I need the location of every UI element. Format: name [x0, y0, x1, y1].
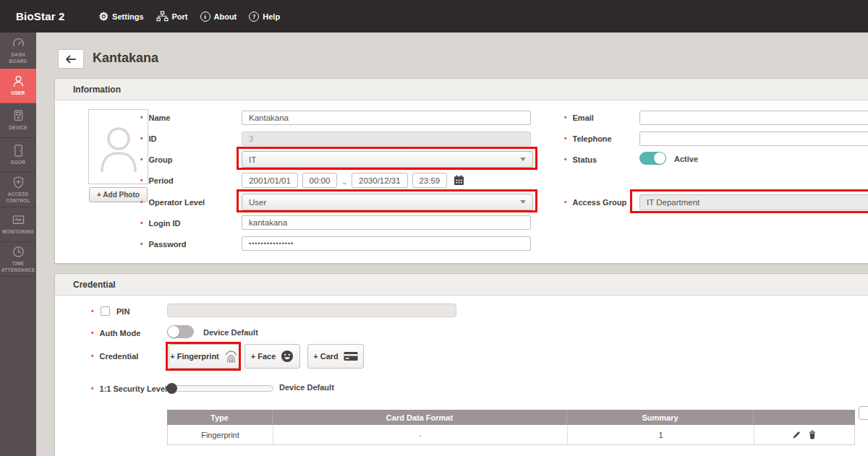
cell-summary: 1 — [567, 425, 754, 444]
email-input[interactable] — [639, 111, 868, 125]
table-row[interactable]: Fingerprint - 1 — [167, 425, 855, 445]
sidebar-item-user[interactable]: USER — [0, 69, 36, 103]
column-header-actions — [753, 410, 855, 425]
period-start-date-input[interactable]: 2001/01/01 — [242, 173, 298, 188]
period-end-time-input[interactable]: 23:59 — [412, 173, 447, 188]
menu-settings[interactable]: ⚙ Settings — [99, 11, 144, 22]
credential-panel-header: Credential — [55, 274, 868, 296]
period-start-time-input[interactable]: 00:00 — [302, 173, 337, 188]
auth-mode-value: Device Default — [203, 328, 258, 337]
information-panel-title: Information — [73, 85, 121, 95]
menu-help[interactable]: ? Help — [249, 12, 280, 22]
delete-trash-icon[interactable] — [808, 430, 817, 439]
required-marker: • — [140, 114, 143, 121]
auth-mode-toggle[interactable] — [167, 325, 194, 338]
photo-person-icon — [98, 121, 140, 172]
password-label: •Password — [140, 238, 186, 250]
status-label: •Status — [564, 154, 597, 165]
operator-level-select-value: User — [249, 198, 266, 207]
group-select[interactable]: IT — [242, 151, 533, 168]
time-attendance-clock-icon — [12, 245, 25, 259]
menu-port[interactable]: Port — [156, 11, 188, 22]
status-value: Active — [674, 155, 698, 163]
slider-knob[interactable] — [166, 383, 177, 394]
required-marker: • — [564, 135, 567, 142]
login-id-label: •Login ID — [140, 218, 181, 229]
required-marker: • — [140, 241, 143, 248]
sidebar-item-access-control[interactable]: ACCESS CONTROL — [0, 173, 36, 207]
required-marker: • — [564, 156, 567, 163]
chevron-down-icon — [520, 200, 526, 204]
required-marker: • — [91, 308, 94, 315]
access-control-shield-icon — [12, 176, 25, 189]
sidebar-item-device[interactable]: DEVICE — [0, 103, 36, 138]
menu-settings-label: Settings — [112, 12, 143, 21]
menu-about[interactable]: i About — [200, 12, 237, 22]
chevron-down-icon — [520, 158, 526, 161]
email-label: •Email — [564, 112, 594, 124]
information-panel: Information + Add Photo •Name •ID •Group… — [54, 78, 868, 264]
card-icon — [344, 351, 358, 361]
telephone-label: •Telephone — [564, 133, 612, 145]
fingerprint-icon — [224, 350, 238, 363]
add-card-label: + Card — [313, 352, 339, 361]
required-marker: • — [140, 156, 143, 163]
add-fingerprint-label: + Fingerprint — [170, 352, 219, 361]
required-marker: • — [91, 385, 94, 392]
id-input: 3 — [242, 132, 531, 146]
sidebar-item-door[interactable]: DOOR — [0, 138, 36, 173]
back-arrow-icon — [65, 55, 77, 64]
sidebar-item-dashboard[interactable]: DASH BOARD — [0, 33, 36, 69]
security-level-label: •1:1 Security Level — [91, 383, 167, 395]
cell-actions — [754, 425, 854, 444]
password-input[interactable]: ••••••••••••••• — [242, 236, 531, 251]
credential-label: •Credential — [91, 350, 138, 362]
back-button[interactable] — [58, 49, 84, 69]
add-photo-button[interactable]: + Add Photo — [89, 187, 148, 202]
required-marker: • — [564, 114, 567, 121]
add-face-label: + Face — [251, 352, 276, 361]
telephone-input[interactable] — [639, 132, 868, 146]
table-side-button[interactable] — [859, 406, 868, 420]
toggle-knob — [168, 326, 179, 337]
help-icon: ? — [249, 12, 259, 22]
login-id-input[interactable]: kantakana — [242, 215, 531, 230]
sidebar-label: DASH BOARD — [1, 52, 35, 65]
required-marker: • — [140, 135, 143, 142]
sidebar-label: DOOR — [1, 160, 35, 166]
edit-pencil-icon[interactable] — [792, 430, 801, 439]
column-header-type: Type — [167, 410, 272, 425]
add-card-button[interactable]: + Card — [307, 344, 364, 369]
operator-level-select[interactable]: User — [242, 194, 533, 210]
credential-table: Type Card Data Format Summary Fingerprin… — [167, 410, 855, 445]
add-fingerprint-button[interactable]: + Fingerprint — [169, 344, 239, 369]
toggle-knob — [654, 152, 665, 164]
app-logo: BioStar 2 — [16, 10, 65, 22]
dashboard-gauge-icon — [12, 36, 25, 50]
credential-table-header: Type Card Data Format Summary — [167, 410, 855, 425]
menu-port-label: Port — [172, 12, 188, 21]
name-label: •Name — [140, 112, 170, 124]
info-icon: i — [200, 12, 210, 22]
add-face-button[interactable]: + Face — [244, 344, 300, 369]
name-input[interactable]: Kantakana — [242, 111, 531, 125]
sidebar-item-time-attendance[interactable]: TIME ATTENDANCE — [0, 242, 36, 277]
security-level-slider[interactable] — [166, 385, 273, 392]
sidebar-item-monitoring[interactable]: MONITORING — [0, 207, 36, 242]
period-end-date-input[interactable]: 2030/12/31 — [352, 173, 408, 188]
calendar-icon[interactable] — [454, 175, 464, 186]
status-toggle[interactable] — [639, 152, 666, 165]
access-group-label: •Access Group — [564, 197, 626, 208]
column-header-summary: Summary — [566, 410, 753, 425]
operator-level-label: •Operator Level — [140, 197, 205, 208]
gear-icon: ⚙ — [99, 11, 109, 22]
pin-label: PIN — [116, 306, 129, 317]
sidebar-label: MONITORING — [1, 229, 35, 236]
device-icon — [12, 109, 25, 123]
access-group-field[interactable]: IT Department — [639, 194, 868, 210]
pin-input — [167, 304, 456, 317]
sidebar-label: TIME ATTENDANCE — [1, 261, 35, 274]
pin-label-group: • — [91, 306, 100, 317]
sidebar-label: USER — [1, 90, 35, 97]
pin-checkbox[interactable] — [101, 306, 110, 316]
